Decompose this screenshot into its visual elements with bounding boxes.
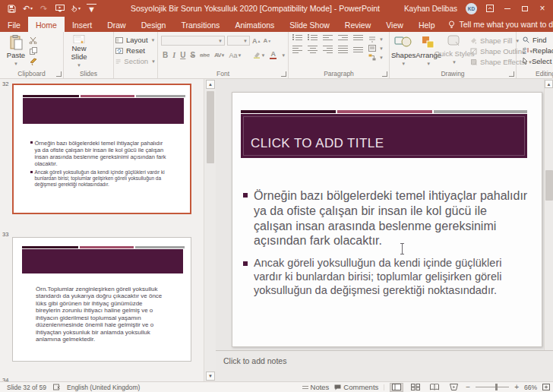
- align-right-icon[interactable]: [323, 46, 333, 53]
- clipboard-dialog-launcher[interactable]: [56, 71, 62, 77]
- increase-font-size-icon[interactable]: A▲: [252, 37, 261, 45]
- layout-button[interactable]: Layout▼: [115, 36, 156, 44]
- customize-qat-icon[interactable]: ▼: [87, 4, 96, 14]
- tab-view[interactable]: View: [378, 17, 411, 32]
- font-color-button[interactable]: A: [270, 51, 276, 58]
- slide-canvas[interactable]: CLICK TO ADD TITLE Örneğin bazı bölgeler…: [232, 92, 542, 347]
- font-group-label: Font: [158, 70, 288, 77]
- columns-icon[interactable]: [353, 47, 363, 52]
- character-spacing-button[interactable]: AV▼: [214, 52, 224, 58]
- increase-indent-icon[interactable]: [338, 35, 348, 40]
- font-dialog-launcher[interactable]: [281, 71, 286, 77]
- title-placeholder[interactable]: CLICK TO ADD TITLE: [241, 114, 527, 158]
- thumbnail-scrollbar[interactable]: ▲ ▼: [204, 79, 216, 381]
- zoom-slider[interactable]: [476, 387, 509, 387]
- tab-file[interactable]: File: [0, 17, 28, 32]
- slide-show-view-button[interactable]: [447, 383, 460, 392]
- reset-button[interactable]: Reset: [115, 46, 156, 55]
- maximize-button[interactable]: [520, 4, 529, 13]
- bullets-icon[interactable]: [292, 35, 302, 40]
- new-slide-dropdown-icon[interactable]: ▼: [77, 63, 81, 68]
- language-status[interactable]: English (United Kingdom): [67, 384, 140, 391]
- slide-sorter-view-button[interactable]: [409, 383, 422, 392]
- tab-insert[interactable]: Insert: [65, 17, 100, 32]
- slide-counter[interactable]: Slide 32 of 59: [7, 384, 46, 391]
- fit-slide-to-window-icon[interactable]: [542, 384, 550, 390]
- tab-home[interactable]: Home: [28, 17, 65, 32]
- touch-mouse-mode-icon[interactable]: ▾: [71, 4, 81, 14]
- bold-button[interactable]: B: [163, 51, 168, 59]
- normal-view-button[interactable]: [390, 383, 403, 392]
- thumbnail-slide-33[interactable]: Örn.Toplumlar zenginleşirken göreli yoks…: [12, 237, 191, 362]
- paste-dropdown-icon[interactable]: ▼: [14, 62, 18, 67]
- tab-animations[interactable]: Animations: [227, 17, 282, 32]
- reading-view-button[interactable]: [428, 383, 441, 392]
- find-button[interactable]: Find: [523, 36, 553, 44]
- account-name[interactable]: Kayhan Delibas: [404, 5, 457, 13]
- underline-button[interactable]: U: [180, 51, 185, 59]
- body-placeholder[interactable]: Örneğin bazı bölgelerdeki temel ihtiyaçl…: [243, 188, 528, 306]
- scroll-up-icon[interactable]: ▲: [545, 80, 553, 88]
- copy-icon[interactable]: [29, 47, 37, 55]
- slide-scrollbar[interactable]: ▲: [544, 79, 553, 350]
- ribbon-display-options-icon[interactable]: [485, 4, 495, 13]
- font-color-dropdown-icon[interactable]: ▼: [281, 53, 286, 58]
- zoom-out-button[interactable]: −: [466, 383, 470, 391]
- start-from-beginning-icon[interactable]: [55, 4, 65, 14]
- line-spacing-icon[interactable]: [353, 35, 363, 40]
- undo-dropdown-icon[interactable]: ▾: [30, 6, 33, 11]
- convert-smartart-button[interactable]: ▼: [368, 54, 384, 61]
- scroll-up-icon[interactable]: ▲: [206, 80, 215, 89]
- tab-help[interactable]: Help: [411, 17, 443, 32]
- text-direction-button[interactable]: ▼: [368, 36, 384, 43]
- align-center-icon[interactable]: [308, 46, 318, 53]
- touch-mode-dropdown-icon[interactable]: ▾: [78, 6, 81, 11]
- comments-toggle[interactable]: Comments: [334, 383, 378, 391]
- thumbnail-slide-32[interactable]: Örneğin bazı bölgelerdeki temel ihtiyaçl…: [12, 84, 191, 214]
- slide-scrollbar-thumb[interactable]: [545, 170, 553, 201]
- align-text-button[interactable]: ▼: [368, 45, 384, 52]
- decrease-indent-icon[interactable]: [323, 35, 333, 40]
- scroll-down-icon[interactable]: ▼: [206, 371, 215, 381]
- change-case-button[interactable]: Aa▼: [229, 52, 242, 59]
- tab-design[interactable]: Design: [134, 17, 174, 32]
- thumbnail-bullet: Örneğin bazı bölgelerdeki temel ihtiyaçl…: [30, 140, 169, 167]
- numbering-icon[interactable]: [308, 35, 318, 40]
- close-button[interactable]: ×: [538, 4, 547, 13]
- tab-slide-show[interactable]: Slide Show: [282, 17, 337, 32]
- text-shadow-button[interactable]: abc: [200, 52, 210, 58]
- font-name-combo[interactable]: ▼: [161, 36, 225, 46]
- proofing-icon[interactable]: [53, 384, 60, 390]
- italic-button[interactable]: I: [172, 51, 175, 59]
- cut-icon[interactable]: [29, 36, 37, 44]
- zoom-slider-thumb[interactable]: [495, 384, 498, 390]
- new-slide-button[interactable]: New Slide ▼: [65, 32, 93, 68]
- save-icon[interactable]: [7, 4, 17, 14]
- tab-review[interactable]: Review: [337, 17, 378, 32]
- replace-button[interactable]: abac Replace▼: [523, 46, 553, 55]
- justify-icon[interactable]: [338, 46, 348, 53]
- align-left-icon[interactable]: [292, 46, 302, 53]
- decrease-font-size-icon[interactable]: A▼: [263, 37, 271, 44]
- undo-icon[interactable]: ↶▾: [23, 4, 33, 14]
- shapes-button[interactable]: Shapes ▼: [391, 32, 416, 68]
- avatar[interactable]: KD: [466, 3, 477, 14]
- paste-button[interactable]: Paste ▼: [3, 32, 29, 68]
- tab-transitions[interactable]: Transitions: [173, 17, 227, 32]
- minimize-button[interactable]: [503, 4, 512, 13]
- zoom-in-button[interactable]: +: [514, 383, 519, 391]
- tab-draw[interactable]: Draw: [100, 17, 134, 32]
- select-button[interactable]: Select▼: [523, 57, 553, 65]
- tell-me-box[interactable]: Tell me what you want to do: [442, 17, 553, 32]
- strikethrough-button[interactable]: S: [190, 51, 195, 59]
- paragraph-dialog-launcher[interactable]: [382, 71, 387, 77]
- notes-pane[interactable]: Click to add notes: [216, 350, 553, 381]
- segment-dark: [22, 246, 78, 248]
- font-size-combo[interactable]: ▼: [227, 36, 250, 46]
- thumbnail-scrollbar-thumb[interactable]: [207, 91, 214, 163]
- format-painter-icon[interactable]: [29, 58, 37, 65]
- text-highlight-icon[interactable]: ▼: [254, 52, 265, 58]
- zoom-percentage[interactable]: 66%: [524, 384, 537, 391]
- notes-toggle[interactable]: Notes: [302, 383, 330, 391]
- drawing-dialog-launcher[interactable]: [509, 71, 514, 77]
